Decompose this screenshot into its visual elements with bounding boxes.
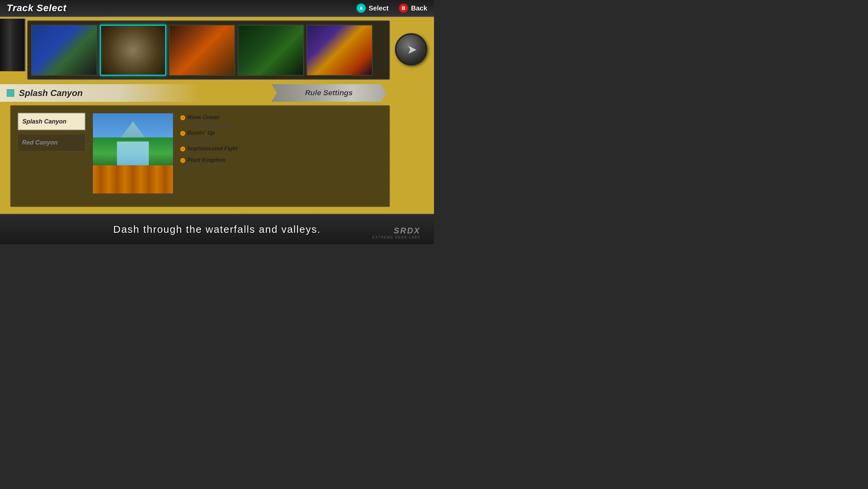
wf-blocks — [93, 165, 173, 193]
music-item-1: Burnin' Up Dragon Ball Z, Budokai Tenkai… — [180, 130, 382, 144]
music-title-2: Sophisticated Fight — [187, 146, 237, 152]
b-button-letter: B — [402, 5, 405, 11]
music-info-0: Wave Ocean The Water's Edge Sonic the He… — [187, 114, 233, 129]
music-info-2: Sophisticated Fight Sora no Kiseki — [187, 146, 237, 156]
bottom-bar: Dash through the waterfalls and valleys.… — [0, 214, 434, 244]
music-subtitle-3: Sonic Rush Adventure — [187, 163, 225, 167]
music-title-0: Wave Ocean — [187, 114, 233, 120]
track-preview-image — [92, 113, 174, 194]
track-thumb-3[interactable] — [238, 25, 304, 76]
select-control[interactable]: A Select — [356, 3, 389, 13]
track-thumb-img-1 — [101, 26, 165, 75]
music-info-1: Burnin' Up Dragon Ball Z, Budokai Tenkai… — [187, 130, 220, 144]
track-thumb-img-0 — [32, 25, 97, 75]
pipe-left-deco — [0, 19, 25, 71]
b-button-circle: B — [399, 3, 408, 13]
track-thumb-4[interactable] — [307, 25, 373, 76]
page-title: Track Select — [7, 3, 67, 14]
top-bar: Track Select A Select B Back — [0, 0, 434, 17]
music-item-2: Sophisticated Fight Sora no Kiseki — [180, 146, 382, 156]
select-label: Select — [369, 4, 389, 12]
back-label: Back — [411, 4, 427, 12]
a-button-circle: A — [356, 3, 366, 13]
track-thumbnails-container — [27, 20, 390, 80]
track-thumb-1[interactable] — [100, 25, 166, 76]
music-item-0: Wave Ocean The Water's Edge Sonic the He… — [180, 114, 382, 129]
rule-settings-button[interactable]: Rule Settings — [271, 84, 387, 102]
track-color-icon — [7, 89, 14, 97]
srdx-title: SRDX — [372, 226, 420, 236]
next-arrow-button[interactable]: ➤ — [395, 33, 427, 65]
track-thumb-2[interactable] — [169, 25, 235, 76]
rule-settings-label: Rule Settings — [305, 89, 353, 97]
music-list: Wave Ocean The Water's Edge Sonic the He… — [180, 113, 382, 200]
track-thumb-img-4 — [307, 25, 372, 75]
track-name-bar: Splash Canyon — [0, 84, 200, 102]
srdx-tagline: EXTREME GEAR LABS — [372, 236, 420, 239]
track-thumb-img-2 — [170, 25, 234, 75]
a-button-letter: A — [359, 5, 363, 11]
music-dot-3 — [180, 158, 185, 163]
track-list-item-label-0: Splash Canyon — [22, 118, 66, 125]
current-track-name: Splash Canyon — [19, 88, 83, 98]
music-subtitle-1: Dragon Ball Z, — [187, 136, 220, 140]
track-list-item-1[interactable]: Red Canyon — [18, 134, 85, 151]
track-list-item-0[interactable]: Splash Canyon — [18, 113, 85, 130]
srdx-logo: SRDX EXTREME GEAR LABS — [372, 226, 420, 239]
back-control[interactable]: B Back — [399, 3, 427, 13]
top-controls: A Select B Back — [356, 3, 427, 13]
track-list-item-label-1: Red Canyon — [22, 139, 58, 146]
track-description: Dash through the waterfalls and valleys. — [113, 224, 321, 235]
music-dot-1 — [180, 131, 185, 136]
music-title-3: Plant Kingdom — [187, 157, 225, 163]
music-item-3: Plant Kingdom Sonic Rush Adventure — [180, 157, 382, 167]
music-dot-0 — [180, 115, 185, 120]
waterfall-scene — [93, 113, 173, 193]
music-source-1: Budokai Tenkaichi 3 — [187, 140, 220, 144]
music-dot-2 — [180, 147, 185, 151]
track-list: Splash Canyon Red Canyon — [18, 113, 85, 200]
music-title-1: Burnin' Up — [187, 130, 220, 136]
content-area: Splash Canyon Red Canyon Wave Ocean The … — [10, 105, 390, 207]
track-thumb-0[interactable] — [31, 25, 97, 76]
arrow-right-icon: ➤ — [407, 42, 417, 57]
music-source-0: Sonic the Hedgehog (2006) — [187, 125, 233, 129]
track-thumb-img-3 — [238, 25, 303, 75]
music-info-3: Plant Kingdom Sonic Rush Adventure — [187, 157, 225, 167]
music-subtitle-2: Sora no Kiseki — [187, 152, 237, 156]
music-subtitle-0: The Water's Edge — [187, 120, 233, 125]
